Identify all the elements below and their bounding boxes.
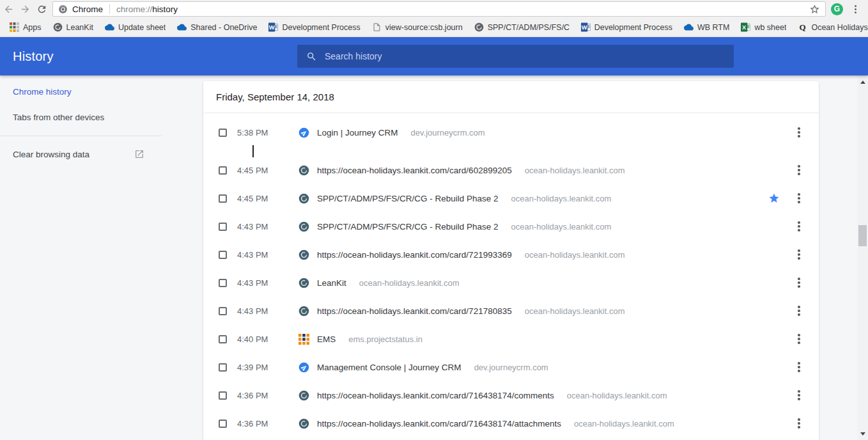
browser-toolbar: Chrome chrome://history G (0, 0, 868, 18)
leankit-favicon-icon (298, 418, 309, 429)
row-menu-icon[interactable] (793, 125, 805, 139)
row-title-link[interactable]: https://ocean-holidays.leankit.com/card/… (317, 391, 554, 400)
sidebar-item-tabs-other-devices[interactable]: Tabs from other devices (0, 109, 162, 127)
history-row: 4:36 PM https://ocean-holidays.leankit.c… (203, 381, 819, 409)
bookmark-star-icon[interactable] (809, 4, 820, 15)
bookmark-item[interactable]: Shared - OneDrive (171, 20, 263, 35)
leankit-favicon-icon (298, 221, 309, 232)
row-title-link[interactable]: EMS (317, 334, 336, 344)
row-menu-icon[interactable] (793, 163, 805, 177)
history-row: 4:45 PM https://ocean-holidays.leankit.c… (203, 156, 819, 184)
bookmark-item[interactable]: Apps (4, 20, 47, 35)
address-bar[interactable]: Chrome chrome://history (52, 1, 826, 17)
history-search-box[interactable] (297, 45, 734, 68)
row-checkbox[interactable] (219, 194, 227, 203)
row-menu-icon[interactable] (793, 388, 805, 402)
bookmark-item[interactable]: SPP/CT/ADM/PS/FS/C (469, 20, 575, 35)
bookmark-item[interactable]: X wb sheet (735, 20, 792, 35)
row-menu-icon[interactable] (793, 332, 805, 346)
row-domain: dev.journeycrm.com (411, 128, 485, 138)
browser-window: Chrome chrome://history G Apps LeanKit U… (0, 0, 868, 440)
row-title-link[interactable]: LeanKit (317, 278, 346, 288)
row-time: 5:38 PM (237, 128, 298, 138)
browser-menu-icon[interactable] (851, 4, 860, 15)
bookmark-item[interactable]: W Development Process (575, 20, 678, 35)
open-in-new-icon (134, 149, 144, 159)
bookmark-item[interactable]: view-source:csb.journ (366, 20, 469, 35)
history-row: 4:43 PM https://ocean-holidays.leankit.c… (203, 297, 819, 325)
journey-favicon-icon (298, 362, 309, 373)
row-checkbox[interactable] (219, 420, 227, 428)
row-title-link[interactable]: https://ocean-holidays.leankit.com/card/… (317, 306, 512, 316)
word-icon: W (581, 22, 591, 32)
row-checkbox[interactable] (219, 335, 227, 343)
leankit-gray-icon (474, 22, 484, 32)
row-time: 4:43 PM (237, 278, 298, 288)
leankit-gray-icon (53, 22, 63, 32)
onedrive-icon (684, 22, 694, 32)
starred-icon (768, 192, 780, 204)
row-checkbox[interactable] (219, 129, 227, 137)
row-menu-icon[interactable] (793, 248, 805, 262)
history-list: 5:38 PM Login | Journey CRM dev.journeyc… (203, 113, 819, 437)
scroll-up-icon[interactable] (857, 77, 868, 87)
row-menu-icon[interactable] (793, 276, 805, 290)
onedrive-icon (177, 22, 187, 32)
excel-icon: X (741, 22, 750, 32)
row-time: 4:43 PM (237, 222, 298, 232)
row-domain: ems.projectstatus.in (348, 334, 422, 344)
svg-text:X: X (742, 24, 747, 31)
bookmark-item[interactable]: LeanKit (47, 20, 99, 35)
ems-favicon-icon (298, 334, 309, 345)
history-row: 4:43 PM https://ocean-holidays.leankit.c… (203, 240, 819, 269)
bookmark-item[interactable]: W Development Process (263, 20, 366, 35)
row-time: 4:36 PM (237, 419, 298, 428)
reload-icon[interactable] (33, 1, 50, 17)
svg-text:Q: Q (800, 22, 806, 32)
row-title-link[interactable]: Management Console | Journey CRM (317, 363, 461, 372)
history-page-header: History (0, 37, 868, 75)
row-checkbox[interactable] (219, 307, 227, 315)
row-domain: ocean-holidays.leankit.com (567, 391, 667, 400)
date-header: Friday, September 14, 2018 (203, 81, 819, 113)
row-title-link[interactable]: SPP/CT/ADM/PS/FS/CR/CG - Rebuild Phase 2 (317, 222, 499, 232)
history-row: 5:38 PM Login | Journey CRM dev.journeyc… (203, 118, 819, 146)
bookmark-item[interactable]: WB RTM (678, 20, 735, 35)
back-icon[interactable] (0, 1, 17, 17)
row-title-link[interactable]: https://ocean-holidays.leankit.com/card/… (317, 419, 561, 428)
scroll-down-icon[interactable] (857, 428, 868, 439)
row-checkbox[interactable] (219, 223, 227, 231)
bookmark-item[interactable]: Q Ocean Holidays Stagi (792, 20, 868, 35)
leankit-favicon-icon (298, 306, 309, 317)
row-menu-icon[interactable] (793, 360, 805, 374)
row-title-link[interactable]: SPP/CT/ADM/PS/FS/CR/CG - Rebuild Phase 2 (317, 194, 499, 203)
row-menu-icon[interactable] (793, 416, 805, 430)
row-time: 4:45 PM (237, 166, 298, 175)
row-title-link[interactable]: https://ocean-holidays.leankit.com/card/… (317, 250, 512, 260)
scrollbar[interactable] (857, 75, 868, 440)
row-menu-icon[interactable] (793, 191, 805, 205)
row-domain: ocean-holidays.leankit.com (359, 278, 460, 288)
grammarly-extension-icon[interactable]: G (831, 3, 843, 15)
row-checkbox[interactable] (219, 363, 227, 372)
sidebar-divider (0, 136, 162, 136)
row-checkbox[interactable] (219, 251, 227, 259)
search-input[interactable] (325, 51, 683, 61)
bookmark-item[interactable]: Update sheet (99, 20, 171, 35)
forward-icon[interactable] (17, 1, 33, 17)
row-title-link[interactable]: https://ocean-holidays.leankit.com/card/… (317, 166, 512, 175)
row-checkbox[interactable] (219, 279, 227, 287)
row-menu-icon[interactable] (793, 219, 805, 233)
bookmarks-bar: Apps LeanKit Update sheet Shared - OneDr… (0, 18, 868, 37)
row-menu-icon[interactable] (793, 304, 805, 318)
row-time: 4:45 PM (237, 194, 298, 203)
scrollbar-thumb[interactable] (858, 225, 867, 246)
row-checkbox[interactable] (219, 391, 227, 400)
row-checkbox[interactable] (219, 166, 227, 175)
leankit-favicon-icon (298, 193, 309, 204)
row-time: 4:39 PM (237, 363, 298, 372)
url-text[interactable]: chrome://history (116, 4, 178, 14)
row-title-link[interactable]: Login | Journey CRM (317, 128, 398, 138)
sidebar-item-clear-browsing-data[interactable]: Clear browsing data (0, 145, 162, 163)
sidebar-item-chrome-history[interactable]: Chrome history (0, 83, 162, 101)
